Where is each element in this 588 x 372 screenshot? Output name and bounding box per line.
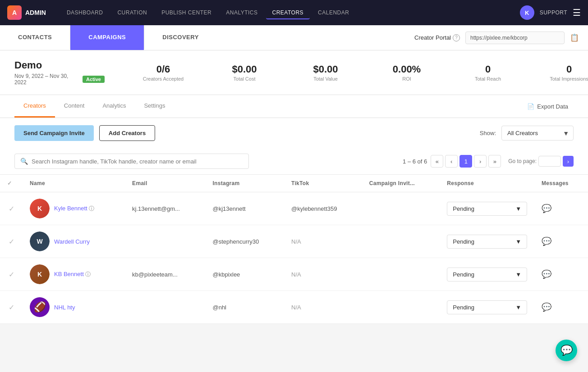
nav-link-publish-center[interactable]: PUBLISH CENTER [155, 6, 218, 19]
help-icon[interactable]: ? [453, 34, 460, 41]
campaign-header: Demo Nov 9, 2022 – Nov 30, 2022 Active 0… [0, 50, 588, 95]
stat-total-value: $0.00 Total Value [303, 64, 348, 82]
nav-link-curation[interactable]: CURATION [111, 6, 153, 19]
first-page-button[interactable]: « [431, 155, 443, 168]
search-input[interactable] [32, 158, 243, 165]
avatar: 🏈 [30, 297, 50, 317]
nav-link-analytics[interactable]: ANALYTICS [220, 6, 264, 19]
export-icon: 📄 [527, 103, 534, 110]
creator-name-cell: 🏈 NHL hty [23, 291, 125, 324]
creator-messages: 💬 [534, 291, 588, 324]
creator-messages: 💬 [534, 258, 588, 291]
stat-creators-accepted: 0/6 Creators Accepted [141, 64, 186, 82]
sub-navigation: CONTACTS CAMPAIGNS DISCOVERY Creator Por… [0, 25, 588, 50]
creator-portal-label: Creator Portal ? [414, 34, 460, 41]
search-pagination-bar: 🔍 1 – 6 of 6 « ‹ 1 › » Go to page: › [0, 148, 588, 175]
creator-email: kj.13ennett@gm... [125, 192, 205, 225]
creator-email [125, 225, 205, 258]
support-button[interactable]: SUPPORT [540, 9, 567, 16]
col-check: ✓ [0, 175, 23, 192]
creator-email [125, 291, 205, 324]
hamburger-menu[interactable]: ☰ [573, 7, 581, 18]
message-icon[interactable]: 💬 [542, 204, 551, 213]
response-dropdown-arrow: ▼ [515, 205, 521, 212]
creator-messages: 💬 [534, 192, 588, 225]
creator-name-link[interactable]: Wardell Curry [54, 238, 90, 245]
creator-tiktok: @kylebennett359 [284, 192, 362, 225]
creator-name-cell: K Kyle Bennett ⓘ [23, 192, 125, 225]
tab-campaigns[interactable]: CAMPAIGNS [70, 25, 144, 50]
stat-roi: 0.00% ROI [384, 64, 429, 82]
sub-nav-right: Creator Portal ? https://pixlee.me/kbcor… [414, 32, 588, 44]
inner-tab-list: Creators Content Analytics Settings [14, 95, 174, 118]
creator-campaign-invite [362, 291, 440, 324]
last-page-button[interactable]: » [488, 155, 501, 168]
top-nav-right: K SUPPORT ☰ [520, 5, 581, 20]
creator-tiktok: N/A [284, 258, 362, 291]
response-dropdown[interactable]: Pending ▼ [447, 235, 527, 249]
send-campaign-invite-button[interactable]: Send Campaign Invite [14, 125, 94, 141]
row-check[interactable]: ✓ [0, 291, 23, 324]
col-instagram: Instagram [205, 175, 284, 192]
row-check[interactable]: ✓ [0, 258, 23, 291]
tab-content[interactable]: Content [55, 95, 94, 118]
user-avatar[interactable]: K [520, 5, 534, 20]
logo-area[interactable]: A ADMIN [7, 5, 46, 20]
current-page-button[interactable]: 1 [459, 155, 472, 168]
export-data-button[interactable]: 📄 Export Data [522, 100, 574, 113]
nav-link-calendar[interactable]: CALENDAR [312, 6, 355, 19]
row-check[interactable]: ✓ [0, 192, 23, 225]
add-creators-button[interactable]: Add Creators [99, 125, 155, 141]
status-badge: Active [83, 76, 105, 83]
table-row: ✓ K KB Bennett ⓘ kb@pixleeteam... @kbpix… [0, 258, 588, 291]
sub-nav-tabs: CONTACTS CAMPAIGNS DISCOVERY [0, 25, 217, 50]
table-row: ✓ W Wardell Curry @stephencurry30 N/A [0, 225, 588, 258]
creator-instagram: @kj13ennett [205, 192, 284, 225]
col-response: Response [440, 175, 534, 192]
show-label: Show: [480, 130, 496, 136]
creator-tiktok: N/A [284, 225, 362, 258]
creator-instagram: @nhl [205, 291, 284, 324]
show-dropdown[interactable]: All Creators Accepted Pending Declined [501, 126, 574, 141]
row-check[interactable]: ✓ [0, 225, 23, 258]
stat-total-cost: $0.00 Total Cost [222, 64, 267, 82]
go-to-page-input[interactable] [538, 156, 561, 167]
response-dropdown[interactable]: Pending ▼ [447, 300, 527, 314]
go-to-page-button[interactable]: › [563, 156, 574, 167]
next-page-button[interactable]: › [474, 155, 487, 168]
col-name: Name [23, 175, 125, 192]
campaign-dates: Nov 9, 2022 – Nov 30, 2022 Active [14, 73, 105, 86]
message-icon[interactable]: 💬 [542, 270, 551, 279]
copy-icon[interactable]: 📋 [570, 33, 579, 42]
creator-portal-url[interactable]: https://pixlee.me/kbcorp [465, 32, 565, 44]
creator-email: kb@pixleeteam... [125, 258, 205, 291]
response-dropdown[interactable]: Pending ▼ [447, 202, 527, 216]
creator-tiktok: N/A [284, 291, 362, 324]
tab-creators[interactable]: Creators [14, 95, 55, 118]
response-dropdown-arrow: ▼ [515, 271, 521, 278]
creator-campaign-invite [362, 225, 440, 258]
creator-name-link[interactable]: Kyle Bennett [54, 205, 87, 212]
creator-name-link[interactable]: KB Bennett [54, 271, 84, 277]
creators-table: ✓ Name Email Instagram TikTok Campaign I… [0, 175, 588, 324]
prev-page-button[interactable]: ‹ [445, 155, 458, 168]
nav-link-dashboard[interactable]: DASHBOARD [60, 6, 110, 19]
avatar: W [30, 231, 50, 251]
message-icon[interactable]: 💬 [542, 303, 551, 312]
response-dropdown[interactable]: Pending ▼ [447, 268, 527, 281]
creator-name-link[interactable]: NHL hty [54, 304, 75, 311]
tab-analytics[interactable]: Analytics [93, 95, 135, 118]
verified-icon: ⓘ [89, 205, 94, 212]
avatar: K [30, 264, 50, 284]
col-email: Email [125, 175, 205, 192]
tab-discovery[interactable]: DISCOVERY [144, 25, 217, 50]
search-icon: 🔍 [20, 158, 28, 165]
tab-settings[interactable]: Settings [135, 95, 174, 118]
creator-response: Pending ▼ [440, 225, 534, 258]
tab-contacts[interactable]: CONTACTS [0, 25, 70, 50]
table-row: ✓ K Kyle Bennett ⓘ kj.13ennett@gm... @kj… [0, 192, 588, 225]
select-all-check[interactable]: ✓ [7, 180, 12, 186]
nav-link-creators[interactable]: CREATORS [266, 6, 310, 19]
creator-response: Pending ▼ [440, 291, 534, 324]
message-icon[interactable]: 💬 [542, 237, 551, 246]
